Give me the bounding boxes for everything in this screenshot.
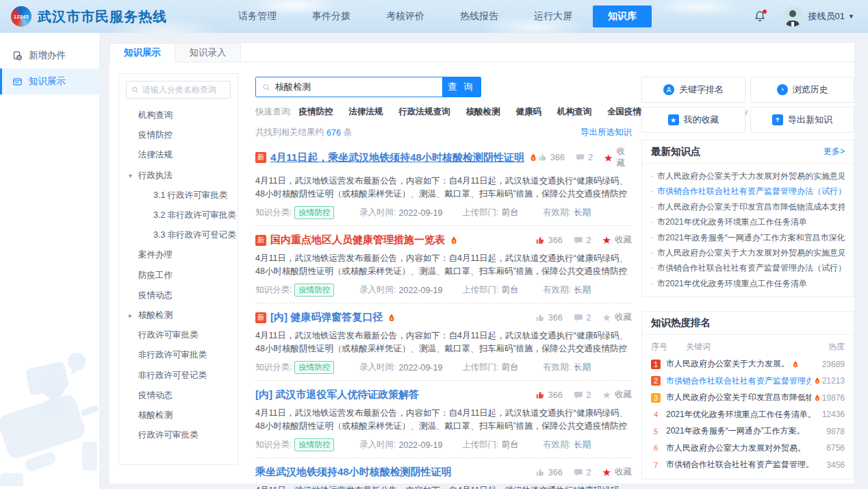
category-tag[interactable]: 疫情防控 [294, 206, 334, 219]
tree-item[interactable]: 疫情动态 [126, 386, 231, 405]
ranking-row: 1 市人民政府办公室关于大力发展。 23689 [651, 355, 845, 373]
user-avatar[interactable] [782, 6, 803, 27]
latest-item[interactable]: ·市人民政府办公室关于大力发展对外贸易的实施意见 [651, 245, 845, 260]
quick-item[interactable]: 健康码 [515, 106, 541, 118]
app-title: 武汉市市民服务热线 [38, 8, 167, 26]
category-tag[interactable]: 疫情防控 [294, 438, 334, 451]
user-dropdown-caret-icon[interactable]: ▼ [848, 13, 854, 20]
tree-item-expanded[interactable]: ▾行政执法 [126, 166, 231, 186]
thumbs-up-icon[interactable] [538, 153, 547, 162]
my-favorites-button[interactable]: ★ 我的收藏 [641, 107, 745, 133]
heat-value: 12436 [822, 410, 845, 419]
tree-item[interactable]: 疫情防控 [126, 125, 231, 145]
nav-event-dispatch[interactable]: 事件分拨 [294, 5, 368, 27]
keyword-ranking-button[interactable]: A 关键字排名 [641, 77, 745, 103]
tree-child-item[interactable]: 3.3 非行政许可登记类 [126, 225, 231, 245]
caret-right-icon[interactable]: ▸ [129, 305, 138, 325]
comment-count: 2 [588, 153, 593, 162]
comment-icon[interactable] [574, 468, 583, 477]
comment-icon[interactable] [574, 390, 583, 400]
knowledge-title-link[interactable]: [内] 健康码弹窗答复口径 [270, 311, 383, 324]
tree-child-item[interactable]: 3.2 非行政许可审批类 [126, 205, 231, 225]
tree-item[interactable]: 防疫工作 [126, 266, 231, 286]
quick-item[interactable]: 疫情防控 [298, 106, 333, 118]
new-badge: 新 [255, 235, 266, 246]
tree-child-item[interactable]: 3.1 行政许可审批类 [126, 186, 231, 205]
category-tag[interactable]: 疫情防控 [294, 284, 334, 297]
ranking-keyword[interactable]: 2021年优化政务环境重点工作任务清单。 [666, 409, 811, 421]
latest-item[interactable]: ·市2021年优化政务环境重点工作任务清单 [651, 276, 845, 291]
nav-hotline-report[interactable]: 热线报告 [442, 5, 516, 27]
nav-knowledge-base[interactable]: 知识库 [593, 5, 652, 27]
tree-item[interactable]: 案件办理 [126, 245, 231, 265]
favorite-button[interactable]: ★收藏 [602, 466, 632, 478]
tree-item[interactable]: 疫情动态 [126, 286, 231, 305]
nav-assessment[interactable]: 考核评价 [368, 5, 442, 27]
left-sidebar: 新增办件 知识展示 [0, 33, 99, 489]
sidebar-item-label: 知识展示 [29, 75, 66, 88]
sidebar-item-new-case[interactable]: 新增办件 [0, 42, 99, 68]
comment-icon[interactable] [574, 313, 583, 323]
notification-bell-icon[interactable] [754, 10, 767, 23]
heat-value: 19876 [822, 393, 845, 403]
user-name[interactable]: 接线员01 [808, 10, 845, 23]
knowledge-title-link[interactable]: 4月11日起，乘坐武汉地铁须持48小时核酸检测阴性证明 [270, 151, 524, 164]
quick-item[interactable]: 法律法规 [348, 106, 383, 118]
favorite-button[interactable]: ★收藏 [604, 146, 632, 169]
star-icon: ★ [602, 235, 611, 245]
export-new-knowledge-button[interactable]: 导出新知识 [750, 107, 854, 133]
ranking-keyword[interactable]: 市人民政府办公室关于印发宜昌市降低物... [666, 392, 811, 403]
notification-dot [763, 10, 767, 14]
quick-item[interactable]: 机构查询 [557, 106, 591, 118]
knowledge-title-link[interactable]: 乘坐武汉地铁须持48小时核酸检测阴性证明 [255, 466, 452, 479]
knowledge-meta: 知识分类:疫情防控 录入时间:2022-09-19 上传部门:前台 有效期:长期 [255, 284, 632, 297]
ranking-keyword[interactable]: 2021年政务服务“一网通办”工作方案。 [666, 425, 805, 437]
category-tag[interactable]: 疫情防控 [294, 361, 334, 374]
keyword-rank-icon: A [663, 84, 674, 95]
sidebar-item-knowledge-display[interactable]: 知识展示 [0, 68, 99, 95]
search-button[interactable]: 查 询 [442, 77, 481, 97]
favorite-button[interactable]: ★收藏 [602, 234, 632, 246]
export-selected-link[interactable]: 导出所选知识 [580, 127, 632, 138]
thumbs-up-icon[interactable] [535, 390, 545, 400]
knowledge-title-link[interactable]: [内] 武汉市退役军人优待证政策解答 [255, 388, 419, 401]
tab-knowledge-display[interactable]: 知识展示 [110, 43, 175, 62]
knowledge-search-input[interactable] [275, 82, 442, 92]
tree-item[interactable]: 行政许可审批类 [126, 325, 231, 345]
thumbs-up-icon[interactable] [535, 468, 545, 477]
ranking-keyword[interactable]: 市供销合作社联合社社有资产监督管理。 [666, 459, 811, 471]
more-link[interactable]: 更多> [824, 146, 845, 158]
comment-icon[interactable] [576, 153, 585, 162]
tree-item-collapsed[interactable]: ▸核酸检测 [126, 305, 231, 325]
latest-item[interactable]: ·市人民政府办公室关于印发宜昌市降低物流成本支持物流产业... [651, 199, 845, 214]
quick-item[interactable]: 核酸检测 [465, 106, 500, 118]
thumbs-up-icon[interactable] [535, 236, 545, 245]
latest-item[interactable]: ·市人民政府办公室关于大力发展对外贸易的实施意见 [651, 168, 845, 184]
browse-history-button[interactable]: 浏览历史 [750, 77, 854, 103]
nav-call-management[interactable]: 话务管理 [220, 5, 294, 27]
ranking-keyword-highlighted[interactable]: 市供销合作社联合社社有资产监督管理办... [666, 375, 811, 387]
ranking-keyword[interactable]: 市人民政府办公室大力发展对外贸易。 [666, 442, 806, 454]
tree-item[interactable]: 法律法规 [126, 145, 231, 165]
caret-down-icon[interactable]: ▾ [129, 166, 138, 186]
latest-item-highlighted[interactable]: ·市供销合作社联合社社有资产监督管理办法（试行） [651, 184, 845, 199]
tree-item[interactable]: 非行政许可登记类 [126, 366, 231, 386]
tree-item[interactable]: 核酸检测 [126, 405, 231, 425]
tree-item[interactable]: 行政许可审批类 [126, 425, 231, 445]
ranking-keyword[interactable]: 市人民政府办公室关于大力发展。 [666, 358, 789, 370]
tab-knowledge-entry[interactable]: 知识录入 [175, 43, 241, 62]
tree-item[interactable]: 机构查询 [126, 105, 231, 125]
comment-icon[interactable] [574, 236, 583, 245]
nav-operation-screen[interactable]: 运行大屏 [516, 5, 590, 27]
knowledge-title-link[interactable]: 国内重点地区人员健康管理措施一览表 [270, 234, 445, 247]
latest-item[interactable]: ·市供销合作社联合社社有资产监督管理办法（试行） [651, 260, 845, 275]
latest-item[interactable]: ·市2021年优化政务环境重点工作任务清单 [651, 214, 845, 229]
category-tree: 机构查询 疫情防控 法律法规 ▾行政执法 3.1 行政许可审批类 3.2 非行政… [126, 105, 231, 445]
thumbs-up-icon[interactable] [535, 313, 545, 323]
tree-item[interactable]: 非行政许可审批类 [126, 345, 231, 365]
latest-item[interactable]: ·市2021年政务服务“一网通办”工作方案和宜昌市深化... [651, 230, 845, 245]
quick-item[interactable]: 行政法规查询 [398, 106, 450, 118]
favorite-button[interactable]: ★收藏 [602, 312, 632, 323]
category-search-input[interactable] [142, 85, 225, 95]
favorite-button[interactable]: ★收藏 [602, 389, 632, 401]
